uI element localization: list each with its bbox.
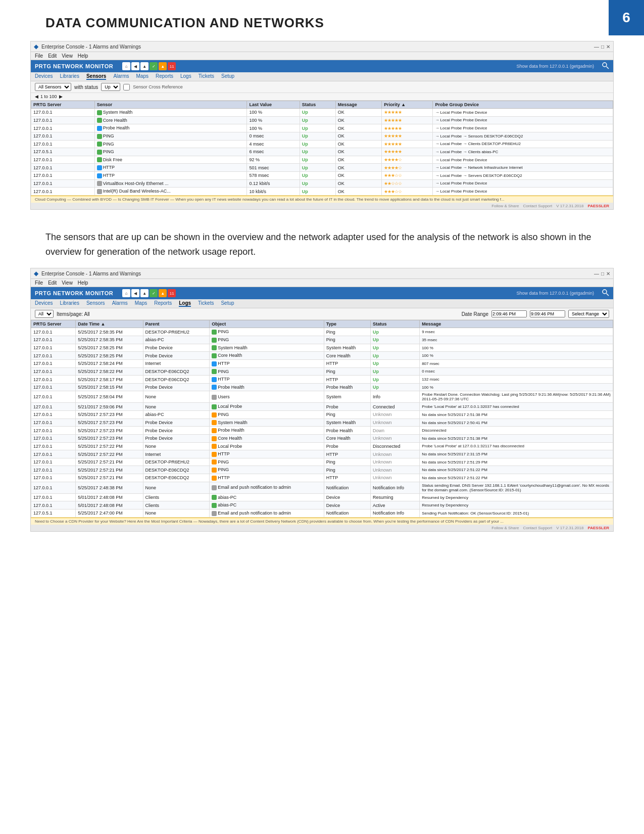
brand-2: PAESSLER [587, 526, 609, 530]
menu-file-1[interactable]: File [35, 53, 43, 59]
maximize-icon[interactable]: □ [601, 44, 604, 50]
date-to-input[interactable] [530, 310, 565, 317]
nav-sensors-2[interactable]: Sensors [86, 300, 105, 307]
log-type-icon [212, 511, 217, 516]
log-cell-object: PING [210, 466, 324, 474]
items-per-page-select[interactable]: All [35, 310, 54, 318]
log-cell-datetime: 5/25/2017 2:58:24 PM [76, 359, 143, 367]
cell-server: 127.0.5.1 [31, 148, 95, 156]
log-cell-message: Sending Push Notification: OK (Sensor/So… [420, 509, 613, 517]
nav-icon-home[interactable]: ⌂ [122, 62, 130, 70]
cell-message: OK [335, 109, 382, 117]
date-from-input[interactable] [491, 310, 527, 317]
search-icon-1[interactable] [602, 62, 609, 70]
minimize-icon-2[interactable]: — [594, 271, 599, 276]
log-cell-object: Local Probe [210, 403, 324, 411]
nav-alarms-2[interactable]: Alarms [112, 300, 128, 307]
window-title-1: Enterprise Console - 1 Alarms and Warnin… [41, 44, 141, 50]
nav-icon-home-2[interactable]: ⌂ [122, 289, 130, 297]
sensor-group-select[interactable]: All Sensors [35, 83, 71, 91]
menu-view-1[interactable]: View [62, 53, 73, 59]
log-cell-message: No data since 5/25/2017 2:51:22 PM [420, 466, 613, 474]
menu-edit-2[interactable]: Edit [48, 280, 57, 286]
nav-sensors-1[interactable]: Sensors [86, 73, 106, 80]
follow-share-link-1[interactable]: Follow & Share [491, 204, 519, 208]
log-cell-server: 127.0.0.1 [31, 427, 76, 435]
cross-reference-label: Sensor Cross Reference [133, 84, 183, 89]
log-cell-parent: Clients [143, 501, 210, 509]
nav-setup-2[interactable]: Setup [221, 300, 234, 307]
log-table-row: 127.0.0.1 5/25/2017 2:57:21 PM DESKTOP-P… [31, 458, 613, 466]
nav-reports-1[interactable]: Reports [156, 73, 173, 80]
close-icon[interactable]: ✕ [606, 44, 610, 50]
nav-libraries-1[interactable]: Libraries [60, 73, 79, 80]
nav-icon-orange-2[interactable]: ▲ [159, 289, 167, 297]
prev-page-btn[interactable]: ◀ [35, 94, 38, 99]
nav-logs-2[interactable]: Logs [179, 300, 191, 307]
log-cell-datetime: 5/25/2017 2:57:23 PM [76, 434, 143, 442]
nav-maps-1[interactable]: Maps [136, 73, 148, 80]
nav-setup-1[interactable]: Setup [221, 73, 234, 80]
nav-logs-1[interactable]: Logs [180, 73, 191, 80]
nav-devices-2[interactable]: Devices [35, 300, 53, 307]
log-col-datetime: Date Time ▲ [76, 320, 143, 328]
cell-message: OK [335, 164, 382, 172]
nav-reports-2[interactable]: Reports [154, 300, 172, 307]
menu-help-1[interactable]: Help [78, 53, 88, 59]
search-icon-2[interactable] [602, 289, 609, 297]
log-cell-type: System Health [324, 419, 370, 427]
nav-icon-green-2[interactable]: ✓ [150, 289, 158, 297]
nav-alarms-1[interactable]: Alarms [113, 73, 129, 80]
log-cell-datetime: 5/25/2017 2:57:23 PM [76, 411, 143, 419]
prtg-logo-1: PRTG NETWORK MONITOR [35, 63, 113, 69]
nav-icon-back[interactable]: ◀ [131, 62, 139, 70]
nav-icon-alarm-2[interactable]: 11 [168, 289, 176, 297]
log-table-row: 127.0.0.1 5/25/2017 2:58:25 PM Probe Dev… [31, 344, 613, 352]
minimize-icon[interactable]: — [594, 44, 599, 50]
menu-help-2[interactable]: Help [78, 280, 88, 286]
cell-priority: ★★★★★ [382, 132, 433, 140]
contact-support-link-2[interactable]: Contact Support [523, 526, 552, 530]
log-type-icon [212, 468, 217, 473]
cross-reference-checkbox[interactable] [123, 84, 130, 90]
svg-point-2 [603, 290, 607, 294]
log-cell-object: PING [210, 328, 324, 336]
nav-maps-2[interactable]: Maps [135, 300, 147, 307]
window-controls-1: — □ ✕ [594, 44, 610, 50]
log-cell-parent: Internet [143, 359, 210, 367]
nav-icon-up-2[interactable]: ▲ [140, 289, 148, 297]
contact-support-link-1[interactable]: Contact Support [523, 204, 552, 208]
nav-icon-alarm[interactable]: 11 [168, 62, 176, 70]
nav-libraries-2[interactable]: Libraries [60, 300, 79, 307]
log-cell-server: 127.0.0.1 [31, 466, 76, 474]
nav-tickets-1[interactable]: Tickets [199, 73, 214, 80]
nav-icon-back-2[interactable]: ◀ [131, 289, 139, 297]
screenshot-2: ◆ Enterprise Console - 1 Alarms and Warn… [30, 268, 614, 531]
log-cell-object: PING [210, 411, 324, 419]
log-table-row: 127.0.0.1 5/25/2017 2:58:24 PM Internet … [31, 359, 613, 367]
select-range-dropdown[interactable]: Select Range [568, 310, 609, 318]
log-type-icon [212, 476, 217, 481]
follow-share-link-2[interactable]: Follow & Share [491, 526, 519, 530]
nav-devices-1[interactable]: Devices [35, 73, 53, 80]
cell-sensor: HTTP [94, 172, 247, 180]
maximize-icon-2[interactable]: □ [601, 271, 604, 276]
nav-tickets-2[interactable]: Tickets [198, 300, 214, 307]
log-cell-datetime: 5/25/2017 2:57:21 PM [76, 466, 143, 474]
status-select[interactable]: Up [101, 83, 120, 91]
log-type-icon [212, 330, 217, 335]
next-page-btn[interactable]: ▶ [59, 94, 63, 99]
nav-icon-orange[interactable]: ▲ [159, 62, 167, 70]
menu-edit-1[interactable]: Edit [48, 53, 57, 59]
close-icon-2[interactable]: ✕ [606, 271, 610, 276]
cell-server: 127.0.0.1 [31, 156, 95, 164]
menu-file-2[interactable]: File [35, 280, 43, 286]
log-cell-message: No data since 5/25/2017 2:50:41 PM [420, 419, 613, 427]
menu-view-2[interactable]: View [62, 280, 73, 286]
log-cell-parent: Probe Device [143, 383, 210, 391]
show-data-label-1: Show data from 127.0.0.1 (getgadmin) [516, 64, 594, 69]
nav-icon-green[interactable]: ✓ [150, 62, 158, 70]
nav-icon-up[interactable]: ▲ [140, 62, 148, 70]
log-cell-message: 100 % [420, 344, 613, 352]
log-cell-object: Core Health [210, 352, 324, 360]
